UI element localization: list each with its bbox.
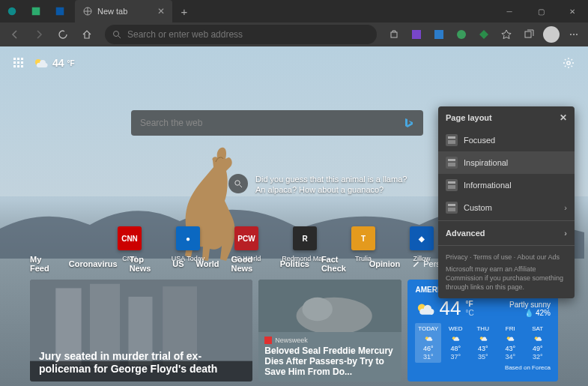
- pinned-tab-2[interactable]: [49, 1, 70, 22]
- addressbar[interactable]: Search or enter web address: [105, 25, 377, 44]
- app-launcher-icon[interactable]: [13, 58, 24, 68]
- svg-rect-1: [32, 7, 40, 16]
- chevron-right-icon: ›: [564, 229, 567, 238]
- svg-point-4: [114, 31, 119, 37]
- chevron-right-icon: ›: [564, 203, 567, 212]
- forward-button[interactable]: [28, 24, 49, 45]
- svg-rect-43: [448, 163, 455, 166]
- search-input[interactable]: [140, 118, 402, 128]
- hint-text: Did you guess that this animal is a llam…: [255, 174, 407, 195]
- weather-attribution: Based on Foreca: [415, 364, 551, 371]
- news-card-1[interactable]: Jury seated in murder trial of ex-police…: [30, 280, 252, 382]
- svg-point-33: [303, 298, 333, 321]
- popup-advanced[interactable]: Advanced ›: [438, 223, 575, 244]
- layout-option[interactable]: Focused: [438, 129, 575, 151]
- forecast-day[interactable]: TODAY46°31°: [415, 323, 441, 363]
- home-button[interactable]: [76, 24, 97, 45]
- bing-icon[interactable]: [402, 117, 414, 129]
- settings-gear-icon[interactable]: [563, 57, 575, 69]
- feednav-item[interactable]: Opinion: [369, 259, 401, 268]
- layout-option-icon: [446, 134, 458, 146]
- layout-option[interactable]: Informational: [438, 174, 575, 196]
- page-layout-popup: Page layout ✕ FocusedInspirationalInform…: [438, 106, 575, 298]
- new-tab-button[interactable]: +: [175, 5, 193, 18]
- layout-option-icon: [446, 157, 458, 169]
- back-button[interactable]: [4, 24, 25, 45]
- svg-rect-42: [448, 159, 455, 161]
- svg-rect-19: [13, 65, 16, 67]
- collections-icon[interactable]: [519, 25, 539, 44]
- weather-brief[interactable]: 44 °F: [33, 55, 75, 70]
- profile-avatar[interactable]: [542, 25, 561, 44]
- feednav-item[interactable]: Top News: [130, 255, 161, 273]
- feednav-item[interactable]: World: [196, 259, 219, 268]
- svg-point-24: [235, 181, 240, 185]
- close-button[interactable]: ✕: [557, 0, 588, 22]
- weather-temp-now: 44: [439, 297, 461, 320]
- svg-rect-44: [448, 181, 455, 184]
- forecast-day[interactable]: SAT49°32°: [524, 323, 551, 363]
- forecast-day[interactable]: FRI43°34°: [497, 323, 524, 363]
- feednav-item[interactable]: Coronavirus: [69, 259, 118, 268]
- svg-rect-46: [448, 204, 455, 206]
- svg-rect-45: [448, 185, 455, 189]
- svg-rect-7: [434, 30, 443, 39]
- addressbar-placeholder: Search or enter web address: [127, 29, 243, 40]
- minimize-button[interactable]: ─: [494, 0, 525, 22]
- extension-4-icon[interactable]: [474, 25, 494, 44]
- search-icon: [112, 30, 121, 39]
- forecast-day[interactable]: THU43°35°: [470, 323, 496, 363]
- svg-rect-2: [56, 7, 64, 16]
- svg-rect-15: [21, 58, 23, 60]
- newsweek-icon: [264, 337, 272, 344]
- forecast-day[interactable]: WED48°37°: [443, 323, 469, 363]
- tab-title: New tab: [97, 7, 127, 16]
- svg-point-23: [567, 61, 570, 64]
- weather-precip: 💧 42%: [509, 309, 551, 317]
- feednav-item[interactable]: Politics: [280, 259, 309, 268]
- toolbar: Search or enter web address: [0, 22, 588, 46]
- shopping-icon[interactable]: [384, 25, 404, 44]
- svg-point-0: [8, 7, 16, 16]
- refresh-button[interactable]: [52, 24, 73, 45]
- extension-3-icon[interactable]: [452, 25, 471, 44]
- card-source: Newsweek: [264, 337, 395, 344]
- svg-rect-5: [391, 32, 397, 37]
- popup-close-icon[interactable]: ✕: [560, 112, 567, 123]
- layout-option[interactable]: Custom›: [438, 196, 575, 219]
- layout-option-icon: [446, 202, 458, 214]
- svg-rect-13: [13, 58, 16, 60]
- feednav-item[interactable]: Good News: [231, 255, 268, 273]
- extension-2-icon[interactable]: [429, 25, 449, 44]
- quicklink-tile: T: [351, 226, 375, 250]
- svg-rect-9: [525, 31, 531, 37]
- svg-rect-20: [17, 65, 19, 67]
- feednav-item[interactable]: Fact Check: [321, 255, 357, 273]
- feednav-item[interactable]: US: [172, 259, 184, 268]
- svg-rect-16: [13, 61, 16, 64]
- menu-button[interactable]: [564, 25, 584, 44]
- extension-1-icon[interactable]: [407, 25, 426, 44]
- pinned-tab-1[interactable]: [25, 1, 46, 22]
- card-headline: Jury seated in murder trial of ex-police…: [39, 350, 243, 376]
- weather-temp: 44: [52, 57, 64, 69]
- weather-unit: °F: [67, 59, 74, 67]
- active-tab[interactable]: New tab ✕: [75, 0, 172, 22]
- svg-point-12: [576, 34, 578, 35]
- maximize-button[interactable]: ▢: [525, 0, 557, 22]
- news-card-2[interactable]: Newsweek Beloved Seal Freddie Mercury Di…: [258, 280, 401, 382]
- quicklink-tile: PCW: [234, 226, 258, 250]
- new-tab-page: 44 °F Did you guess that this animal is …: [0, 46, 588, 386]
- svg-point-8: [457, 30, 466, 39]
- card-headline: Beloved Seal Freddie Mercury Dies After …: [264, 346, 395, 377]
- feednav-item[interactable]: My Feed: [30, 255, 57, 273]
- tabstrip: New tab ✕ +: [0, 0, 193, 22]
- image-hint[interactable]: Did you guess that this animal is a llam…: [228, 174, 407, 195]
- favorites-icon[interactable]: [497, 25, 516, 44]
- search-box[interactable]: [131, 110, 423, 136]
- tab-close-icon[interactable]: ✕: [157, 6, 165, 16]
- weather-condition: Partly sunny: [509, 301, 551, 309]
- globe-icon: [82, 6, 93, 16]
- layout-option[interactable]: Inspirational: [438, 151, 575, 174]
- edge-icon[interactable]: [1, 1, 22, 22]
